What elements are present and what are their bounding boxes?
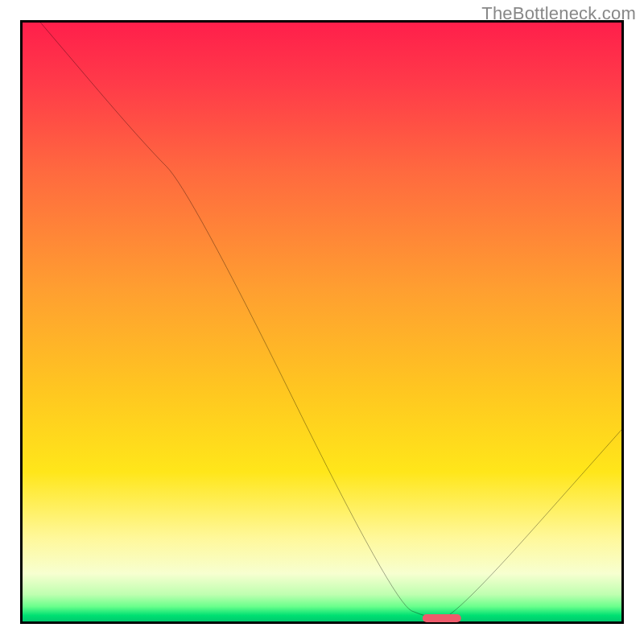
curve-layer xyxy=(23,23,621,621)
optimum-marker xyxy=(423,614,461,622)
chart-canvas: TheBottleneck.com xyxy=(0,0,644,644)
bottleneck-curve xyxy=(40,23,621,618)
plot-area xyxy=(20,20,624,624)
